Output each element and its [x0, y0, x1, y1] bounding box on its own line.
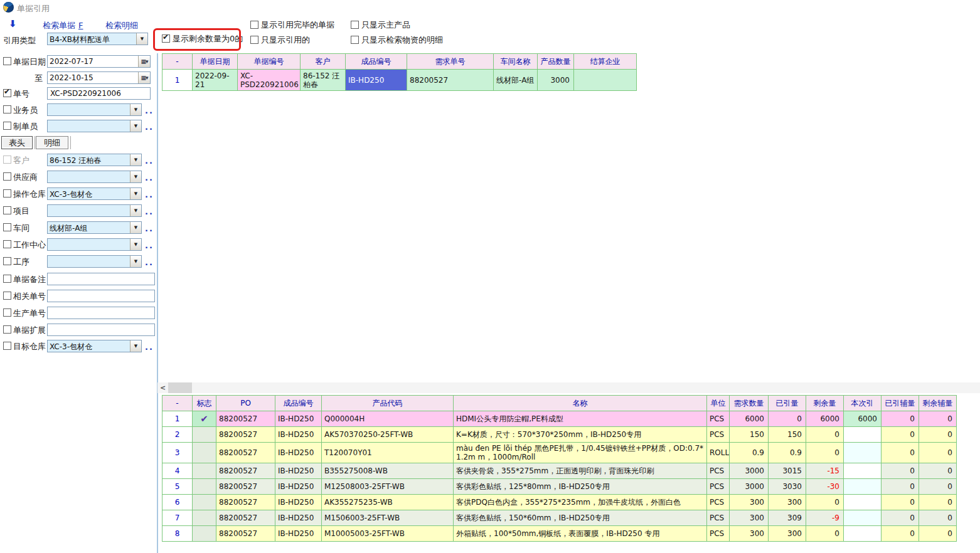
cell-remaining[interactable]: 0	[806, 443, 844, 463]
cell-product[interactable]: IB-HD250	[275, 526, 322, 542]
cell-demand[interactable]: 150	[730, 427, 769, 443]
cell-ref_aux[interactable]: 0	[881, 443, 919, 463]
column-header[interactable]: 单据日期	[193, 54, 238, 70]
dropdown-arrow-icon[interactable]: ▼	[130, 205, 141, 216]
cell-unit[interactable]: PCS	[707, 411, 730, 427]
calendar-dropdown-icon[interactable]: ▦▾	[138, 56, 150, 67]
cell-name[interactable]: 客供彩色贴纸，150*60mm，IB-HD250专用	[454, 510, 707, 526]
filter-checkbox[interactable]	[3, 257, 11, 265]
column-header[interactable]: 成品编号	[275, 396, 322, 411]
dropdown-arrow-icon[interactable]: ▼	[130, 340, 141, 352]
cell-flag[interactable]	[193, 479, 216, 495]
column-header[interactable]: 标志	[193, 396, 216, 411]
cell-ref_aux[interactable]: 0	[881, 510, 919, 526]
filter-combobox[interactable]: ▼	[47, 255, 142, 268]
cell-remain_aux[interactable]: 0	[919, 427, 957, 443]
filter-combobox[interactable]: ▼	[47, 238, 142, 251]
dropdown-arrow-icon[interactable]: ▼	[136, 33, 147, 45]
dropdown-arrow-icon[interactable]: ▼	[130, 154, 141, 166]
cell-po[interactable]: 88200527	[216, 443, 275, 463]
option-checkbox[interactable]	[250, 36, 258, 44]
date-input[interactable]: 2022-07-17▦▾	[47, 55, 151, 68]
cell-product[interactable]: IB-HD250	[275, 463, 322, 479]
cell-remain_aux[interactable]: 0	[919, 510, 957, 526]
cell-code[interactable]: T120070Y01	[322, 443, 454, 463]
dropdown-arrow-icon[interactable]: ▼	[130, 188, 141, 199]
column-header[interactable]: 本次引	[844, 396, 881, 411]
cell-seq[interactable]: 2	[162, 427, 193, 443]
cell-product[interactable]: IB-HD250	[275, 495, 322, 510]
cell-name[interactable]: 客供彩色贴纸，125*80mm，IB-HD250专用	[454, 479, 707, 495]
dropdown-arrow-icon[interactable]: ▼	[130, 239, 141, 250]
cell-current[interactable]	[844, 510, 881, 526]
cell-code[interactable]: AK570370250-25FT-WB	[322, 427, 454, 443]
cell-unit[interactable]: PCS	[707, 495, 730, 510]
browse-dots-button[interactable]: ..	[145, 106, 154, 115]
cell-remain_aux[interactable]: 0	[919, 443, 957, 463]
date-value[interactable]: 2022-10-15	[48, 72, 138, 83]
cell-product[interactable]: IB-HD250	[346, 70, 407, 91]
combobox-value[interactable]: 线材部-A组	[48, 222, 130, 233]
dropdown-arrow-icon[interactable]: ▼	[130, 104, 141, 115]
column-header[interactable]: 车间名称	[494, 54, 538, 70]
cell-product[interactable]: IB-HD250	[275, 411, 322, 427]
browse-dots-button[interactable]: ..	[145, 190, 154, 199]
cell-flag[interactable]	[193, 495, 216, 510]
cell-product[interactable]: IB-HD250	[275, 510, 322, 526]
cell-ref_aux[interactable]: 0	[881, 495, 919, 510]
cell-remain_aux[interactable]: 0	[919, 411, 957, 427]
cell-remaining[interactable]: -15	[806, 463, 844, 479]
column-header[interactable]: 产品数量	[538, 54, 574, 70]
combobox-value[interactable]	[48, 104, 130, 115]
filter-combobox[interactable]: ▼	[47, 103, 142, 116]
cell-seq[interactable]: 8	[162, 526, 193, 542]
cell-referenced[interactable]: 300	[769, 526, 806, 542]
text-input[interactable]	[47, 324, 155, 336]
cell-seq[interactable]: 4	[162, 463, 193, 479]
combobox-value[interactable]: 86-152 汪柏春	[48, 154, 130, 166]
filter-combobox[interactable]: ▼	[47, 204, 142, 217]
cell-current[interactable]	[844, 427, 881, 443]
cell-remain_aux[interactable]: 0	[919, 526, 957, 542]
tab-detail[interactable]: 明细	[36, 136, 68, 149]
cell-unit[interactable]: PCS	[707, 510, 730, 526]
column-header[interactable]: 已引辅量	[881, 396, 919, 411]
cell-referenced[interactable]: 150	[769, 427, 806, 443]
cell-flag[interactable]	[193, 427, 216, 443]
filter-checkbox[interactable]	[3, 223, 11, 231]
filter-combobox[interactable]: ▼	[47, 120, 142, 132]
cell-code[interactable]: AK355275235-WB	[322, 495, 454, 510]
filter-checkbox[interactable]	[3, 172, 11, 181]
cell-demand[interactable]: 300	[730, 526, 769, 542]
column-header[interactable]: -	[162, 396, 193, 411]
cell-name[interactable]: 客供夹骨袋，355*275mm，正面透明印刷，背面珠光印刷	[454, 463, 707, 479]
cell-code[interactable]: M10005003-25FT-WB	[322, 526, 454, 542]
filter-checkbox[interactable]	[3, 308, 11, 317]
cell-remaining[interactable]: 0	[806, 427, 844, 443]
cell-remain_aux[interactable]: 0	[919, 463, 957, 479]
cell-referenced[interactable]: 3030	[769, 479, 806, 495]
cell-referenced[interactable]: 0	[769, 411, 806, 427]
text-input[interactable]	[47, 307, 155, 319]
option-checkbox[interactable]	[351, 36, 359, 44]
cell-name[interactable]: màu đen PE lõi thép 黑色PE扎带，1/0.45镀锌铁丝+PP…	[454, 443, 707, 463]
filter-checkbox[interactable]	[3, 155, 11, 164]
cell-seq[interactable]: 1	[162, 70, 193, 91]
tab-header[interactable]: 表头	[1, 136, 33, 149]
column-header[interactable]: -	[162, 54, 193, 70]
cell-demand[interactable]: 300	[730, 495, 769, 510]
browse-dots-button[interactable]: ..	[145, 173, 154, 182]
browse-dots-button[interactable]: ..	[145, 122, 154, 132]
scroll-left-icon[interactable]: <	[157, 382, 168, 393]
panel-splitter[interactable]	[157, 53, 158, 553]
cell-referenced[interactable]: 0.9	[769, 443, 806, 463]
cell-date[interactable]: 2022-09-21	[193, 70, 238, 91]
browse-dots-button[interactable]: ..	[145, 156, 154, 166]
cell-current[interactable]	[844, 463, 881, 479]
cell-ref_aux[interactable]: 0	[881, 526, 919, 542]
option-checkbox[interactable]	[250, 21, 258, 29]
filter-checkbox[interactable]	[3, 206, 11, 214]
combobox-value[interactable]	[48, 120, 130, 132]
cell-code[interactable]: M1506003-25FT-WB	[322, 510, 454, 526]
filter-combobox[interactable]: ▼	[47, 171, 142, 183]
